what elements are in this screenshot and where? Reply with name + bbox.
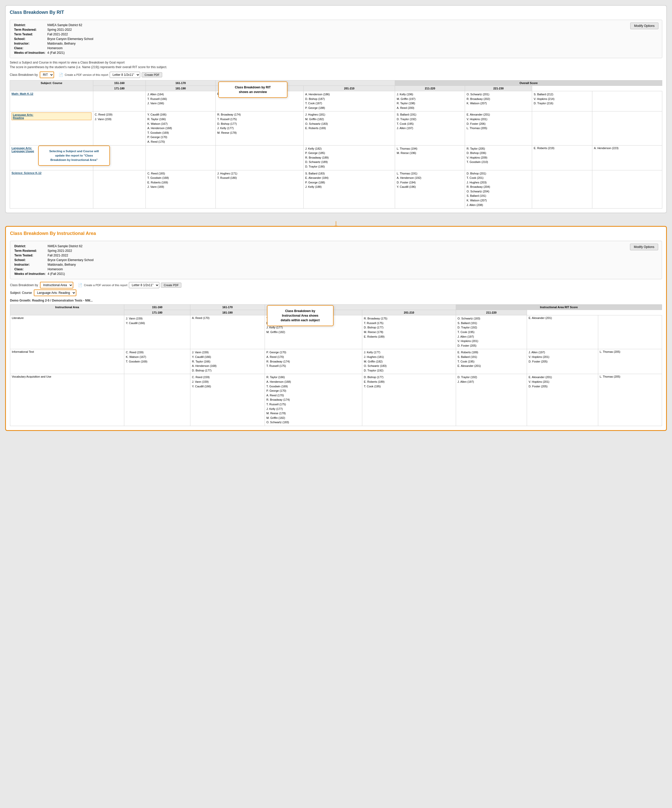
r2-weeks-label: Weeks of Instruction: xyxy=(14,272,47,276)
table-row: Informational Text C. Reed (159)K. Watso… xyxy=(10,349,662,374)
la-usage-link[interactable]: Language Arts:Language Usage xyxy=(12,147,34,153)
science-link[interactable]: Science: Science K-12 xyxy=(12,171,42,174)
la-reading-link[interactable]: Language Arts:Reading xyxy=(12,112,92,120)
r2-col-211-220-header: 211-220 xyxy=(456,310,527,316)
term-rostered-label: Term Rostered: xyxy=(14,28,47,32)
weeks-label: Weeks of Instruction: xyxy=(14,51,47,55)
la-usage-211-220: E. Roberts (219) xyxy=(532,145,592,170)
science-171-180: J. Hughes (171)T. Russell (180) xyxy=(216,170,303,209)
vocab-181-190: D. Bishop (177)E. Roberts (189)T. Cook (… xyxy=(362,374,456,426)
la-usage-181-190: J. Kelly (182)P. George (185)R. Broadway… xyxy=(304,145,395,170)
report2-data-table: Instructional Area 151-160 161-170 Class… xyxy=(10,304,662,426)
col-151-160-header: 151-160 xyxy=(93,80,145,86)
r2-col-ia-header: Instructional Area xyxy=(10,305,124,316)
col-181-190-header: 181-190 xyxy=(146,86,216,91)
r2-col-161-170-header: 161-170 xyxy=(191,305,265,310)
subject-course-select[interactable]: Language Arts: Reading xyxy=(34,289,76,296)
info-171-180: P. George (170)A. Reed (170)R. Broadway … xyxy=(265,349,362,374)
info-201-210: J. Allen (197)V. Hopkins (201)D. Foster … xyxy=(527,349,598,374)
r2-col-201-210-header: 201-210 xyxy=(362,310,456,316)
r2-callout-area: Class Breakdown byInstructional Area sho… xyxy=(265,305,456,310)
subject-math: Math: Math K-12 xyxy=(10,91,93,112)
pdf-label: Create a PDF version of this report xyxy=(65,73,108,76)
math-link[interactable]: Math: Math K-12 xyxy=(12,92,33,95)
district-label: District: xyxy=(14,23,47,27)
lit-211-220 xyxy=(598,316,662,349)
table-row: Science: Science K-12 C. Reed (165)T. Go… xyxy=(10,170,662,209)
breakdown-by-select[interactable]: RIT xyxy=(40,72,54,78)
lit-161-170: A. Reed (170) xyxy=(191,316,265,349)
r2-breakdown-by-label: Class Breakdown by xyxy=(10,283,38,287)
term-tested-label: Term Tested: xyxy=(14,32,47,37)
science-221-230 xyxy=(592,170,662,209)
report2-title: Class Breakdown By Instructional Area xyxy=(10,231,662,238)
report1-callout2: Selecting a Subject and Course willupdat… xyxy=(38,145,110,166)
report1-table-container: Subject: Course 151-160 161-170 Class Br… xyxy=(10,80,662,209)
r2-pdf-label: Create a PDF version of this report xyxy=(84,284,127,287)
info-211-220: L. Thomas (205) xyxy=(598,349,662,374)
subject-la-reading: Language Arts:Reading xyxy=(10,112,93,145)
ia-literature: Literature xyxy=(10,316,124,349)
science-211-220 xyxy=(532,170,592,209)
r2-instructor-label: Instructor: xyxy=(14,262,47,267)
la-usage-171-180 xyxy=(216,145,303,170)
la-reading-151-160: C. Reed (159)J. Vann (159) xyxy=(93,112,145,145)
report1-title: Class Breakdown By RIT xyxy=(10,10,662,17)
pdf-size-select[interactable]: Letter 8 1/2x11" xyxy=(110,72,140,78)
r2-term-tested-value: Fall 2021-2022 xyxy=(48,253,95,257)
col-subject-header: Subject: Course xyxy=(10,80,93,91)
report2-modify-button[interactable]: Modify Options xyxy=(630,244,658,250)
r2-class-label: Class: xyxy=(14,267,47,271)
report1-hint1: Select a Subject and Course in this repo… xyxy=(10,61,662,64)
math-151-160 xyxy=(93,91,145,112)
lit-201-210: E. Alexander (201) xyxy=(527,316,598,349)
report1-controls: Class Breakdown by RIT 📄 Create a PDF ve… xyxy=(10,72,662,78)
r2-district-value: NWEA Sample District 62 xyxy=(48,244,95,248)
report1-modify-button[interactable]: Modify Options xyxy=(630,23,659,29)
table-row: Language Arts:Language Usage Selecting a… xyxy=(10,145,662,170)
col-211-220-header: 211-220 xyxy=(395,86,465,91)
info-181-190: J. Kelly (177)J. Hughes (181)M. Griffin … xyxy=(362,349,456,374)
r2-pdf-size-select[interactable]: Letter 8 1/2x11" xyxy=(129,282,159,288)
table-row: Language Arts:Reading C. Reed (159)J. Va… xyxy=(10,112,662,145)
callout1-area: Class Breakdown by RITshows an overview xyxy=(216,80,395,86)
r2-ia-score-header: Instructional Area RIT Score xyxy=(456,305,662,310)
science-151-160 xyxy=(93,170,145,209)
report1-card: Class Breakdown By RIT District: NWEA Sa… xyxy=(5,5,667,213)
la-reading-191-200: S. Ballard (191)D. Traylor (192)T. Cook … xyxy=(395,112,465,145)
ia-informational-text: Informational Text xyxy=(10,349,124,374)
weeks-value: 4 (Fall 2021) xyxy=(47,51,95,55)
r2-school-value: Bryce Canyon Elementary School xyxy=(48,258,95,262)
school-value: Bryce Canyon Elementary School xyxy=(47,37,95,41)
la-reading-221-230 xyxy=(592,112,662,145)
r2-term-rostered-label: Term Rostered: xyxy=(14,249,47,253)
r2-weeks-value: 4 (Fall 2021) xyxy=(48,272,95,276)
r2-district-label: District: xyxy=(14,244,47,248)
table-row: Vocabulary Acquisition and Use C. Reed (… xyxy=(10,374,662,426)
instructor-label: Instructor: xyxy=(14,42,47,46)
lit-151-160: J. Vann (159)Y. Caudill (166) xyxy=(124,316,191,349)
subject-la-usage: Language Arts:Language Usage Selecting a… xyxy=(10,145,93,170)
la-reading-201-210: E. Alexander (201)V. Hopkins (201)D. Fos… xyxy=(465,112,532,145)
r2-class-value: Homeroom xyxy=(48,267,95,271)
term-tested-value: Fall 2021-2022 xyxy=(47,32,95,37)
r2-instructor-value: Maldonado, Bethany xyxy=(48,262,95,267)
r2-term-tested-label: Term Tested: xyxy=(14,253,47,257)
report2-callout: Class Breakdown byInstructional Area sho… xyxy=(267,305,334,326)
report1-data-table: Subject: Course 151-160 161-170 Class Br… xyxy=(10,80,662,209)
report2-table-container: Instructional Area 151-160 161-170 Class… xyxy=(10,304,662,426)
r2-pdf-icon: 📄 xyxy=(78,283,82,287)
class-label: Class: xyxy=(14,46,47,50)
info-151-160: C. Reed (159)K. Watson (167)T. Goodwin (… xyxy=(124,349,191,374)
lit-191-200: O. Schwartz (183)S. Ballard (191)D. Tray… xyxy=(456,316,527,349)
r2-create-pdf-button[interactable]: Create PDF xyxy=(161,282,181,288)
report1-callout1: Class Breakdown by RITshows an overview xyxy=(218,82,288,98)
table-row: Literature J. Vann (159)Y. Caudill (166)… xyxy=(10,316,662,349)
r2-breakdown-by-select[interactable]: Instructional Area xyxy=(40,282,73,289)
science-201-210: D. Bishop (201)T. Cook (201)J. Hughes (2… xyxy=(465,170,532,209)
math-191-200: J. Kelly (196)M. Griffin (197)R. Taylor … xyxy=(395,91,465,112)
col-171-180-header: 171-180 xyxy=(93,86,145,91)
vocab-151-160 xyxy=(124,374,191,426)
create-pdf-button[interactable]: Create PDF xyxy=(142,72,162,77)
vocab-161-170: C. Reed (159)J. Vann (159)Y. Caudill (16… xyxy=(191,374,265,426)
